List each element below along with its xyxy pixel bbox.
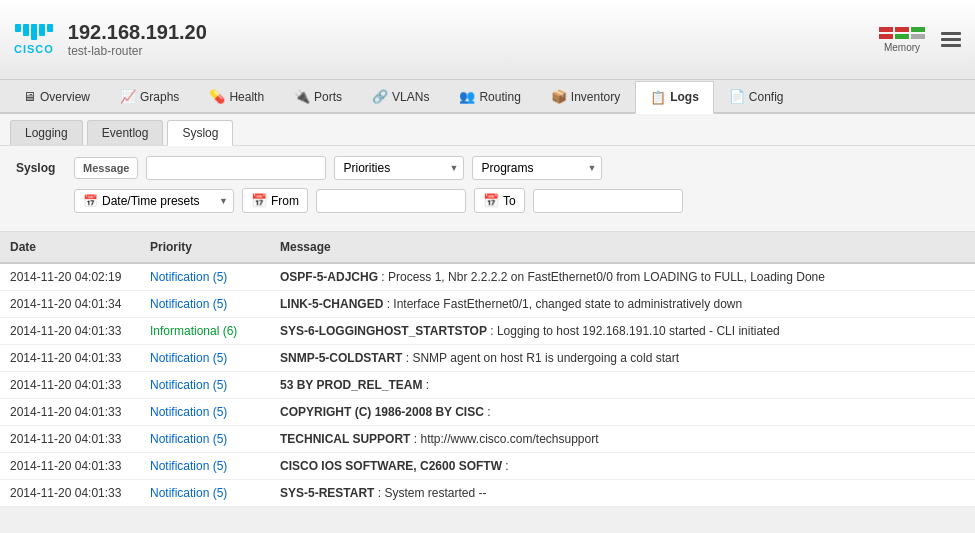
to-input[interactable] — [533, 189, 683, 213]
cell-date: 2014-11-20 04:01:34 — [0, 291, 140, 318]
graphs-icon: 📈 — [120, 89, 136, 104]
message-input[interactable] — [146, 156, 326, 180]
priorities-wrapper: Priorities — [334, 156, 464, 180]
cisco-bars-icon — [15, 24, 53, 40]
log-table-container: Date Priority Message 2014-11-20 04:02:1… — [0, 232, 975, 507]
table-row: 2014-11-20 04:01:33Notification (5)TECHN… — [0, 426, 975, 453]
cell-date: 2014-11-20 04:01:33 — [0, 480, 140, 507]
tab-inventory[interactable]: 📦 Inventory — [536, 80, 635, 112]
cell-message: SYS-5-RESTART : System restarted -- — [270, 480, 975, 507]
tab-graphs[interactable]: 📈 Graphs — [105, 80, 194, 112]
from-calendar-icon: 📅 — [251, 193, 267, 208]
cell-priority: Notification (5) — [140, 426, 270, 453]
table-row: 2014-11-20 04:01:33Notification (5)SNMP-… — [0, 345, 975, 372]
syslog-label: Syslog — [16, 161, 66, 175]
table-body: 2014-11-20 04:02:19Notification (5)OSPF-… — [0, 263, 975, 507]
from-input[interactable] — [316, 189, 466, 213]
to-button[interactable]: 📅 To — [474, 188, 525, 213]
vlans-icon: 🔗 — [372, 89, 388, 104]
filter-row-main: Syslog Message Priorities Programs — [16, 156, 959, 180]
to-calendar-icon: 📅 — [483, 193, 499, 208]
cell-message: COPYRIGHT (C) 1986-2008 BY CISC : — [270, 399, 975, 426]
cisco-text: CISCO — [14, 43, 54, 55]
sub-tabs: Logging Eventlog Syslog — [0, 114, 975, 146]
calendar-icon: 📅 — [83, 194, 98, 208]
filter-row-date: 📅 Date/Time presets 📅 From 📅 To — [74, 188, 959, 213]
cell-date: 2014-11-20 04:01:33 — [0, 372, 140, 399]
header: CISCO 192.168.191.20 test-lab-router Mem… — [0, 0, 975, 80]
cell-message: TECHNICAL SUPPORT : http://www.cisco.com… — [270, 426, 975, 453]
cell-date: 2014-11-20 04:01:33 — [0, 426, 140, 453]
cell-priority: Notification (5) — [140, 291, 270, 318]
health-icon: 💊 — [209, 89, 225, 104]
cell-date: 2014-11-20 04:01:33 — [0, 345, 140, 372]
ports-icon: 🔌 — [294, 89, 310, 104]
sub-tab-eventlog[interactable]: Eventlog — [87, 120, 164, 145]
from-button[interactable]: 📅 From — [242, 188, 308, 213]
cell-date: 2014-11-20 04:02:19 — [0, 263, 140, 291]
cell-message: SNMP-5-COLDSTART : SNMP agent on host R1… — [270, 345, 975, 372]
table-row: 2014-11-20 04:01:33Notification (5)53 BY… — [0, 372, 975, 399]
cell-message: OSPF-5-ADJCHG : Process 1, Nbr 2.2.2.2 o… — [270, 263, 975, 291]
config-icon: 📄 — [729, 89, 745, 104]
tab-health[interactable]: 💊 Health — [194, 80, 279, 112]
device-info: 192.168.191.20 test-lab-router — [68, 21, 879, 58]
cell-date: 2014-11-20 04:01:33 — [0, 318, 140, 345]
header-right: Memory — [879, 27, 961, 53]
col-priority: Priority — [140, 232, 270, 263]
tab-routing[interactable]: 👥 Routing — [444, 80, 535, 112]
col-message: Message — [270, 232, 975, 263]
table-row: 2014-11-20 04:01:33Informational (6)SYS-… — [0, 318, 975, 345]
table-row: 2014-11-20 04:01:33Notification (5)CISCO… — [0, 453, 975, 480]
tab-ports[interactable]: 🔌 Ports — [279, 80, 357, 112]
table-row: 2014-11-20 04:01:33Notification (5)SYS-5… — [0, 480, 975, 507]
routing-icon: 👥 — [459, 89, 475, 104]
tab-vlans[interactable]: 🔗 VLANs — [357, 80, 444, 112]
cell-priority: Notification (5) — [140, 480, 270, 507]
programs-select[interactable]: Programs — [472, 156, 602, 180]
col-date: Date — [0, 232, 140, 263]
cell-priority: Informational (6) — [140, 318, 270, 345]
memory-bars — [879, 27, 925, 39]
memory-label: Memory — [884, 42, 920, 53]
tab-overview[interactable]: 🖥 Overview — [8, 80, 105, 112]
inventory-icon: 📦 — [551, 89, 567, 104]
logs-icon: 📋 — [650, 90, 666, 105]
memory-widget: Memory — [879, 27, 925, 53]
presets-button[interactable]: 📅 Date/Time presets — [74, 189, 234, 213]
cell-message: 53 BY PROD_REL_TEAM : — [270, 372, 975, 399]
cell-message: SYS-6-LOGGINGHOST_STARTSTOP : Logging to… — [270, 318, 975, 345]
cell-priority: Notification (5) — [140, 453, 270, 480]
tab-logs[interactable]: 📋 Logs — [635, 81, 714, 114]
table-header: Date Priority Message — [0, 232, 975, 263]
cell-date: 2014-11-20 04:01:33 — [0, 453, 140, 480]
message-tag: Message — [74, 157, 138, 179]
table-row: 2014-11-20 04:02:19Notification (5)OSPF-… — [0, 263, 975, 291]
table-row: 2014-11-20 04:01:34Notification (5)LINK-… — [0, 291, 975, 318]
programs-wrapper: Programs — [472, 156, 602, 180]
sub-tab-logging[interactable]: Logging — [10, 120, 83, 145]
presets-wrapper: 📅 Date/Time presets — [74, 189, 234, 213]
device-ip: 192.168.191.20 — [68, 21, 879, 44]
overview-icon: 🖥 — [23, 89, 36, 104]
cell-message: LINK-5-CHANGED : Interface FastEthernet0… — [270, 291, 975, 318]
cell-date: 2014-11-20 04:01:33 — [0, 399, 140, 426]
cell-priority: Notification (5) — [140, 345, 270, 372]
device-hostname: test-lab-router — [68, 44, 879, 58]
cisco-logo: CISCO — [14, 24, 54, 55]
cell-priority: Notification (5) — [140, 263, 270, 291]
cell-priority: Notification (5) — [140, 399, 270, 426]
filter-area: Syslog Message Priorities Programs 📅 Dat… — [0, 146, 975, 232]
priorities-select[interactable]: Priorities — [334, 156, 464, 180]
nav-tabs: 🖥 Overview 📈 Graphs 💊 Health 🔌 Ports 🔗 V… — [0, 80, 975, 114]
table-row: 2014-11-20 04:01:33Notification (5)COPYR… — [0, 399, 975, 426]
menu-icon[interactable] — [941, 32, 961, 47]
sub-tab-syslog[interactable]: Syslog — [167, 120, 233, 146]
log-table: Date Priority Message 2014-11-20 04:02:1… — [0, 232, 975, 507]
cell-priority: Notification (5) — [140, 372, 270, 399]
cell-message: CISCO IOS SOFTWARE, C2600 SOFTW : — [270, 453, 975, 480]
tab-config[interactable]: 📄 Config — [714, 80, 799, 112]
